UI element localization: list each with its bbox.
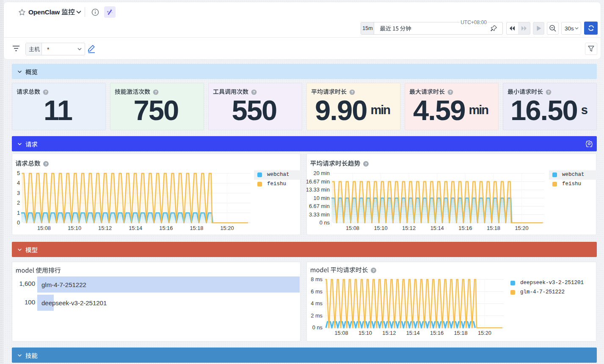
svg-text:15:20: 15:20 [515, 225, 528, 231]
svg-text:0 ns: 0 ns [312, 324, 323, 331]
svg-text:15:14: 15:14 [430, 225, 444, 231]
svg-text:5: 5 [17, 170, 20, 176]
svg-text:10 min: 10 min [314, 195, 330, 201]
svg-text:20 min: 20 min [314, 170, 330, 176]
svg-text:15:08: 15:08 [346, 225, 359, 231]
svg-text:3.33 min: 3.33 min [309, 211, 330, 218]
svg-text:6 ms: 6 ms [311, 288, 323, 295]
svg-text:15:16: 15:16 [159, 225, 173, 231]
svg-text:15:08: 15:08 [334, 330, 348, 336]
svg-text:15:08: 15:08 [37, 225, 51, 231]
svg-text:4 ms: 4 ms [311, 300, 323, 307]
svg-text:1: 1 [17, 210, 20, 216]
svg-text:8 ms: 8 ms [311, 276, 323, 282]
svg-text:15:12: 15:12 [98, 225, 112, 231]
svg-text:13.33 min: 13.33 min [306, 186, 330, 193]
svg-text:15:20: 15:20 [220, 225, 234, 231]
svg-text:2: 2 [17, 200, 20, 206]
svg-text:15:18: 15:18 [454, 330, 467, 336]
svg-text:0 ns: 0 ns [320, 219, 330, 226]
svg-text:4: 4 [17, 180, 20, 186]
svg-text:15:16: 15:16 [458, 225, 472, 231]
svg-text:15:12: 15:12 [382, 330, 396, 336]
svg-text:15:10: 15:10 [374, 225, 387, 231]
svg-text:16.67 min: 16.67 min [306, 178, 330, 185]
svg-text:15:10: 15:10 [68, 225, 81, 231]
svg-text:15:18: 15:18 [487, 225, 500, 231]
svg-text:6.67 min: 6.67 min [309, 203, 330, 209]
svg-text:0: 0 [17, 219, 20, 226]
svg-text:3: 3 [17, 190, 20, 196]
svg-text:15:14: 15:14 [129, 225, 142, 231]
svg-text:15:10: 15:10 [359, 330, 372, 336]
svg-text:2 ms: 2 ms [311, 312, 323, 319]
svg-text:15:16: 15:16 [430, 330, 444, 336]
svg-text:15:14: 15:14 [406, 330, 420, 336]
svg-text:15:20: 15:20 [478, 330, 491, 336]
svg-text:15:18: 15:18 [190, 225, 203, 231]
svg-text:15:12: 15:12 [402, 225, 416, 231]
